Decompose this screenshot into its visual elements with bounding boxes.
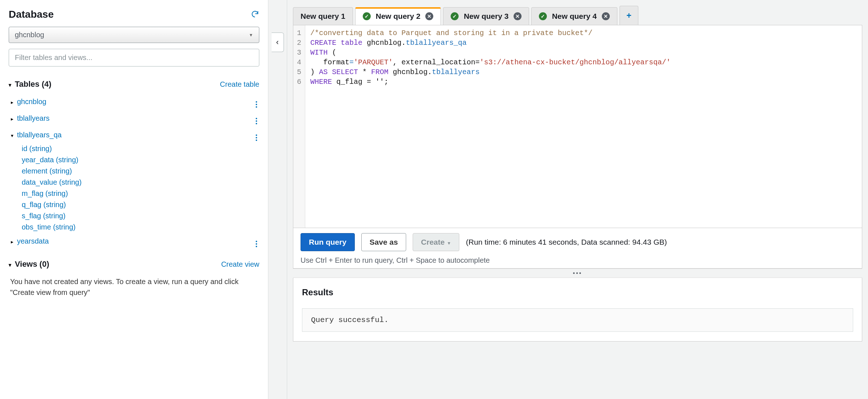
column-row[interactable]: id (string) <box>9 143 259 154</box>
close-tab-icon[interactable]: ✕ <box>425 12 433 20</box>
results-panel: Results Query successful. <box>293 278 862 342</box>
database-sidebar: Database ghcnblog ▼ Tables (4) Create ta… <box>0 0 268 399</box>
close-tab-icon[interactable]: ✕ <box>514 12 522 20</box>
create-button-label: Create <box>421 238 444 246</box>
chevron-down-icon: ▼ <box>447 241 451 246</box>
column-row[interactable]: m_flag (string) <box>9 188 259 199</box>
refresh-icon[interactable] <box>251 10 259 20</box>
table-tblallyears-qa[interactable]: tblallyears_qa <box>9 126 259 143</box>
create-view-link[interactable]: Create view <box>221 260 259 269</box>
create-button: Create▼ <box>413 233 459 251</box>
plus-icon: + <box>626 10 631 21</box>
line-gutter: 123456 <box>293 25 305 228</box>
tab-new-query-2[interactable]: ✓ New query 2 ✕ <box>355 7 441 25</box>
tables-caret-icon[interactable] <box>9 80 13 89</box>
collapse-sidebar-button[interactable]: ‹ <box>272 33 284 52</box>
table-yearsdata[interactable]: yearsdata <box>9 233 259 249</box>
action-row: Run query Save as Create▼ (Run time: 6 m… <box>293 228 862 269</box>
table-menu-icon[interactable] <box>254 112 259 124</box>
table-tblallyears[interactable]: tblallyears <box>9 110 259 126</box>
tables-header: Tables (4) <box>15 80 51 89</box>
tab-label: New query 3 <box>464 12 509 21</box>
column-row[interactable]: obs_time (string) <box>9 222 259 233</box>
column-row[interactable]: data_value (string) <box>9 177 259 188</box>
tab-label: New query 4 <box>552 12 597 21</box>
database-select-value: ghcnblog <box>15 31 44 39</box>
column-row[interactable]: s_flag (string) <box>9 210 259 222</box>
column-row[interactable]: element (string) <box>9 166 259 177</box>
expand-icon <box>11 237 15 245</box>
run-query-button[interactable]: Run query <box>301 233 355 251</box>
collapse-icon <box>11 131 15 139</box>
column-row[interactable]: year_data (string) <box>9 154 259 166</box>
tab-label: New query 1 <box>301 12 345 21</box>
database-select[interactable]: ghcnblog ▼ <box>9 27 259 43</box>
column-row[interactable]: q_flag (string) <box>9 199 259 210</box>
expand-icon <box>11 98 15 106</box>
table-name: ghcnblog <box>17 98 46 106</box>
table-menu-icon[interactable] <box>254 95 259 108</box>
table-name: tblallyears <box>17 114 50 123</box>
sql-code[interactable]: /*converting data to Parquet and storing… <box>305 25 862 228</box>
tab-new-query-4[interactable]: ✓ New query 4 ✕ <box>531 7 617 25</box>
create-table-link[interactable]: Create table <box>220 80 259 89</box>
close-tab-icon[interactable]: ✕ <box>602 12 610 20</box>
save-as-button[interactable]: Save as <box>361 233 406 251</box>
status-ok-icon: ✓ <box>539 12 547 20</box>
sidebar-title: Database <box>9 9 54 20</box>
views-caret-icon[interactable] <box>9 259 13 269</box>
tab-bar: New query 1 ✓ New query 2 ✕ ✓ New query … <box>287 0 868 25</box>
run-stats: (Run time: 6 minutes 41 seconds, Data sc… <box>466 238 667 246</box>
table-menu-icon[interactable] <box>254 129 259 141</box>
chevron-down-icon: ▼ <box>249 33 253 38</box>
tab-label: New query 2 <box>376 12 421 21</box>
sql-editor[interactable]: 123456 /*converting data to Parquet and … <box>293 25 862 228</box>
views-empty-text: You have not created any views. To creat… <box>9 273 247 301</box>
status-ok-icon: ✓ <box>363 12 371 20</box>
results-message: Query successful. <box>302 308 853 332</box>
table-ghcnblog[interactable]: ghcnblog <box>9 93 259 110</box>
table-menu-icon[interactable] <box>254 235 259 247</box>
editor-container: 123456 /*converting data to Parquet and … <box>293 25 862 228</box>
main-panel: New query 1 ✓ New query 2 ✕ ✓ New query … <box>287 0 868 399</box>
expand-icon <box>11 114 15 123</box>
filter-tables-input[interactable] <box>9 49 259 66</box>
editor-hint: Use Ctrl + Enter to run query, Ctrl + Sp… <box>301 256 855 265</box>
tab-new-query-3[interactable]: ✓ New query 3 ✕ <box>443 7 529 25</box>
resize-handle[interactable]: ••• <box>293 269 862 278</box>
status-ok-icon: ✓ <box>451 12 459 20</box>
add-tab-button[interactable]: + <box>620 6 638 25</box>
results-header: Results <box>302 287 853 297</box>
table-name: tblallyears_qa <box>17 131 61 139</box>
views-header: Views (0) <box>15 259 49 269</box>
tab-new-query-1[interactable]: New query 1 <box>293 7 353 25</box>
sidebar-collapse: ‹ <box>268 0 287 399</box>
table-name: yearsdata <box>17 237 49 245</box>
